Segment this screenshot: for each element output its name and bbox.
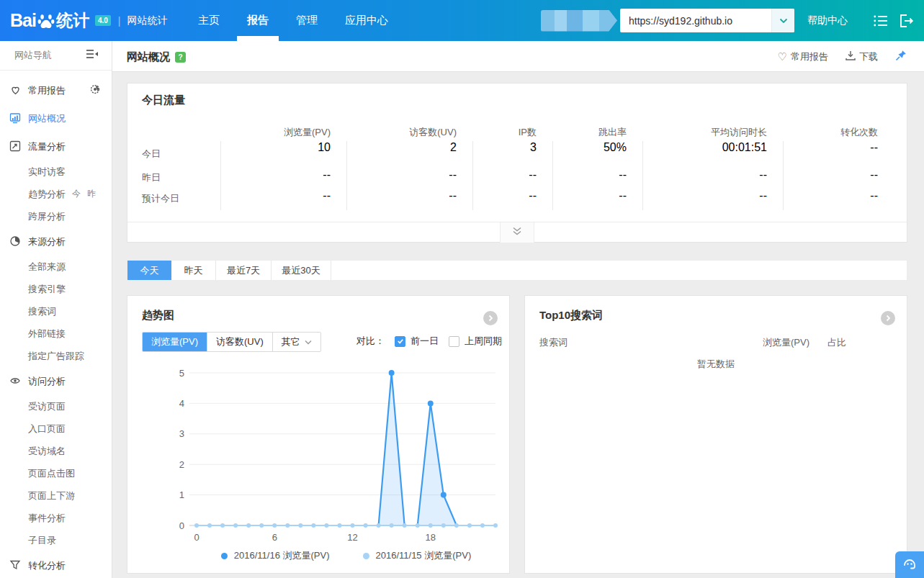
date-tab-最近7天[interactable]: 最近7天 [216, 261, 272, 280]
sidebar-subitem-label: 页面点击图 [28, 467, 75, 480]
metric-button-其它[interactable]: 其它 [272, 333, 320, 351]
traffic-row-label: 昨日 [142, 168, 220, 189]
compare-checkbox-上周同期[interactable] [449, 336, 459, 347]
logout-icon[interactable] [900, 14, 914, 27]
svg-text:5: 5 [179, 368, 184, 379]
metric-button-访客数(UV)[interactable]: 访客数(UV) [207, 333, 272, 351]
double-chevron-down-icon [511, 226, 523, 239]
report-list-icon[interactable] [874, 14, 888, 27]
svg-text:2: 2 [179, 459, 184, 470]
topnav-item-1[interactable]: 主页 [188, 0, 230, 41]
chevron-down-icon [305, 333, 312, 351]
sidebar-subitem-label: 受访域名 [28, 445, 66, 458]
sidebar-subitem-label: 跨屏分析 [28, 210, 66, 223]
sidebar-subitem-页面上下游[interactable]: 页面上下游 [0, 484, 112, 507]
compare-checkbox-前一日[interactable] [395, 336, 405, 347]
topnav-item-3[interactable]: 管理 [286, 0, 328, 41]
date-tab-最近30天[interactable]: 最近30天 [272, 261, 331, 280]
col-pv: 浏览量(PV) [763, 336, 809, 349]
site-name-blurred[interactable] [541, 10, 617, 32]
sidebar-item-label: 访问分析 [28, 375, 66, 388]
sidebar-subitem-子目录[interactable]: 子目录 [0, 529, 112, 551]
sidebar-subitem-搜索引擎[interactable]: 搜索引擎 [0, 278, 112, 300]
baidu-tongji-logo[interactable]: Bai 统计 4.0 | 网站统计 [10, 0, 167, 41]
legend-item-2[interactable]: 2016/11/15 浏览量(PV) [363, 549, 472, 562]
sidebar-subitem-实时访客[interactable]: 实时访客 [0, 161, 112, 183]
traffic-col-header: 平均访问时长 [642, 124, 783, 141]
logo-text-tongji: 统计 [56, 9, 89, 32]
sidebar-subitem-页面点击图[interactable]: 页面点击图 [0, 462, 112, 484]
page-title: 网站概况 [127, 50, 170, 64]
sidebar-subitem-label: 搜索引擎 [28, 283, 66, 296]
traffic-value-cell: 2 [346, 141, 472, 168]
compare-controls: 对比： 前一日上周同期 [356, 332, 502, 351]
sidebar-subitem-label: 子目录 [28, 534, 56, 547]
traffic-col-header: 跳出率 [552, 124, 642, 141]
traffic-value-cell: -- [472, 168, 552, 189]
traffic-value-cell: -- [472, 189, 552, 210]
gear-icon[interactable] [90, 84, 100, 96]
sidebar-item-来源分析[interactable]: 来源分析 [0, 227, 112, 256]
topnav-item-4[interactable]: 应用中心 [335, 0, 398, 41]
traffic-col-header: 访客数(UV) [346, 124, 472, 141]
sidebar-subitem-全部来源[interactable]: 全部来源 [0, 256, 112, 278]
quick-link-今[interactable]: 今 [72, 188, 81, 200]
topnav-item-2[interactable]: 报告 [237, 0, 279, 41]
sidebar-subitem-label: 事件分析 [28, 512, 66, 525]
overview-chart-icon [9, 112, 22, 125]
heart-icon [9, 84, 22, 96]
sidebar-item-常用报告[interactable]: 常用报告 [0, 76, 112, 104]
favorite-report-button[interactable]: ♡ 常用报告 [778, 50, 828, 63]
download-button[interactable]: 下载 [845, 50, 878, 63]
sidebar-item-访问分析[interactable]: 访问分析 [0, 367, 112, 395]
quick-link-昨[interactable]: 昨 [87, 188, 96, 200]
sidebar-subitem-label: 外部链接 [28, 328, 66, 340]
sidebar-subitem-跨屏分析[interactable]: 跨屏分析 [0, 205, 112, 227]
date-tab-今天[interactable]: 今天 [127, 261, 171, 280]
sidebar-item-label: 转化分析 [28, 559, 66, 572]
metric-button-浏览量(PV)[interactable]: 浏览量(PV) [143, 333, 207, 351]
baidu-paw-icon [37, 12, 55, 34]
sidebar-item-label: 常用报告 [28, 84, 66, 97]
expand-traffic-button[interactable] [500, 222, 534, 243]
sidebar-item-转化分析[interactable]: 转化分析 [0, 551, 112, 578]
sidebar-subitem-受访域名[interactable]: 受访域名 [0, 440, 112, 462]
sidebar-item-label: 网站概况 [28, 112, 66, 125]
sidebar-item-流量分析[interactable]: 流量分析 [0, 132, 112, 161]
today-traffic-table: 浏览量(PV)访客数(UV)IP数跳出率平均访问时长转化次数今日102350%0… [142, 124, 894, 210]
sidebar-subitem-指定广告跟踪[interactable]: 指定广告跟踪 [0, 345, 112, 367]
top10-search-title: Top10搜索词 [539, 309, 603, 322]
legend-dot [363, 553, 369, 559]
traffic-row-label: 今日 [142, 141, 220, 168]
help-question-badge[interactable]: ? [175, 52, 186, 63]
chart-legend: 2016/11/16 浏览量(PV)2016/11/15 浏览量(PV) [197, 549, 495, 562]
heart-icon: ♡ [778, 50, 787, 63]
sidebar-collapse-icon[interactable] [86, 48, 99, 63]
sidebar-subitem-入口页面[interactable]: 入口页面 [0, 417, 112, 440]
sidebar-subitem-外部链接[interactable]: 外部链接 [0, 322, 112, 345]
trend-panel-more-button[interactable] [483, 311, 498, 325]
compare-option-label: 上周同期 [465, 335, 502, 348]
sidebar-item-网站概况[interactable]: 网站概况 [0, 104, 112, 132]
sidebar-subitem-趋势分析[interactable]: 趋势分析今昨 [0, 183, 112, 205]
funnel-icon [9, 559, 22, 572]
sidebar-menu: 常用报告网站概况流量分析实时访客趋势分析今昨跨屏分析来源分析全部来源搜索引擎搜索… [0, 71, 112, 578]
date-tab-昨天[interactable]: 昨天 [171, 261, 216, 280]
top10-more-button[interactable] [881, 311, 895, 325]
help-center-link[interactable]: 帮助中心 [807, 14, 848, 27]
legend-item-1[interactable]: 2016/11/16 浏览量(PV) [221, 549, 330, 562]
chevron-down-icon[interactable] [771, 9, 794, 32]
traffic-value-cell: -- [552, 168, 642, 189]
trend-chart-panel: 趋势图 浏览量(PV)访客数(UV)其它 对比： 前一日上周同期 0123450… [127, 295, 510, 574]
trend-panel-title: 趋势图 [142, 309, 174, 322]
sidebar-subitem-label: 页面上下游 [28, 489, 75, 502]
traffic-value-cell: -- [220, 168, 346, 189]
site-url-select[interactable]: https://syd192.github.io [620, 9, 794, 32]
sidebar-subitem-受访页面[interactable]: 受访页面 [0, 395, 112, 417]
trend-line-chart[interactable]: 012345061218 [127, 361, 511, 546]
pin-button[interactable] [895, 50, 907, 63]
sidebar-subitem-搜索词[interactable]: 搜索词 [0, 300, 112, 322]
sidebar-subitem-label: 趋势分析 [28, 188, 66, 201]
customer-service-button[interactable] [895, 551, 924, 578]
sidebar-subitem-事件分析[interactable]: 事件分析 [0, 507, 112, 529]
